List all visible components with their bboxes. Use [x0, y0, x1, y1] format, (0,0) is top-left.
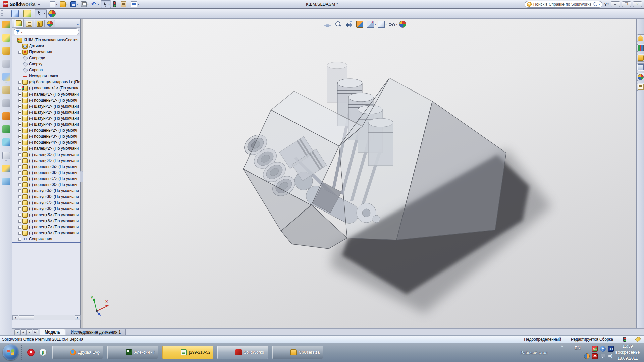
expand-toggle[interactable]: [18, 135, 21, 138]
taskbar-window-button[interactable]: SolidWorks Office Pr...: [217, 346, 268, 359]
scroll-left-button[interactable]: ◄: [12, 315, 18, 320]
tree-item[interactable]: (-) шатун<5> (По умолчани: [12, 188, 81, 194]
view-tool-button[interactable]: ▾: [378, 21, 387, 28]
filter-caret-icon[interactable]: ▾: [21, 31, 22, 34]
assembly-tool-icon[interactable]: [2, 165, 10, 172]
taskbar-window-button[interactable]: Алексин - Пьяная....: [107, 346, 158, 359]
toolbar-grip[interactable]: [1, 10, 3, 17]
tree-item[interactable]: (-) поршень<4> (По умолч: [12, 139, 81, 145]
taskbar-window-button[interactable]: Друзья Evgeny Saray...: [52, 346, 103, 359]
expand-toggle[interactable]: [18, 220, 21, 223]
expand-toggle[interactable]: [18, 117, 21, 120]
app-logo[interactable]: SW SolidWorks ▸: [0, 0, 43, 8]
tab-nav-button[interactable]: ◄: [20, 329, 26, 335]
tree-item[interactable]: Спереди: [12, 55, 81, 61]
dropdown-caret-icon[interactable]: ▾: [396, 23, 397, 26]
expand-toggle[interactable]: [18, 111, 21, 114]
toolbar-chevron-icon[interactable]: »: [561, 344, 563, 348]
assembly-tool-icon[interactable]: [2, 47, 10, 55]
assembly-tool-icon[interactable]: [2, 138, 10, 146]
view-tool-button[interactable]: ▾: [399, 21, 408, 28]
utorrent-quicklaunch-icon[interactable]: [39, 349, 47, 356]
tree-item[interactable]: (-) шатун<3> (По умолчани: [12, 115, 81, 121]
tree-item[interactable]: Справа: [12, 67, 81, 73]
tree-item[interactable]: (-) поршень<2> (По умолч: [12, 127, 81, 133]
expand-toggle[interactable]: [18, 147, 21, 150]
toolbar-button[interactable]: ▾: [22, 9, 34, 18]
task-pane-tab[interactable]: [637, 44, 644, 52]
panel-overflow-chevron-icon[interactable]: »: [77, 22, 80, 27]
task-pane-tab[interactable]: [637, 54, 644, 62]
tree-item[interactable]: Исходная точка: [12, 73, 81, 79]
dropdown-caret-icon[interactable]: ▾: [98, 3, 99, 6]
toolbar-button[interactable]: ▾: [112, 1, 119, 8]
expand-toggle[interactable]: [18, 201, 21, 204]
tree-item[interactable]: (-) поршень<7> (По умолч: [12, 176, 81, 182]
panel-horizontal-scrollbar[interactable]: ◄ ►: [12, 315, 81, 320]
tray-icon[interactable]: FFa: [608, 346, 614, 352]
toolbar-button[interactable]: ▾: [130, 1, 140, 8]
toolbar-divider-grip[interactable]: [514, 345, 516, 360]
task-pane-tab[interactable]: [637, 34, 644, 42]
tree-item[interactable]: Датчики: [12, 43, 81, 49]
assembly-tool-icon[interactable]: [2, 178, 10, 185]
tree-item[interactable]: (-) шатун<4> (По умолчани: [12, 121, 81, 127]
tree-item[interactable]: (-) поршень<1> (По умолч: [12, 97, 81, 103]
expand-toggle[interactable]: [18, 183, 21, 186]
dropdown-caret-icon[interactable]: ▾: [87, 3, 89, 6]
panel-tab[interactable]: [14, 19, 24, 27]
tree-item[interactable]: (-) поршень<8> (По умолч: [12, 182, 81, 188]
tree-item[interactable]: (-) поршень<3> (По умолч: [12, 133, 81, 139]
view-tool-button[interactable]: ▾: [324, 21, 333, 28]
expand-toggle[interactable]: [18, 214, 21, 217]
expand-toggle[interactable]: [18, 99, 21, 102]
expand-toggle[interactable]: [18, 195, 21, 198]
dropdown-caret-icon[interactable]: ▾: [66, 3, 68, 6]
help-button[interactable]: ?▾: [604, 2, 609, 7]
toolbar-button[interactable]: ▾: [49, 1, 58, 8]
tab-nav-button[interactable]: ►: [26, 329, 32, 335]
dropdown-caret-icon[interactable]: ▾: [375, 23, 376, 26]
search-input[interactable]: Поиск в Справке по SolidWorks: [533, 2, 591, 7]
toolbar-button[interactable]: ▾: [10, 9, 22, 18]
tab-nav-button[interactable]: ►|: [33, 329, 38, 335]
expand-toggle[interactable]: [18, 51, 21, 54]
help-search-box[interactable]: ? Поиск в Справке по SolidWorks ▾: [525, 1, 602, 8]
tree-item[interactable]: (-) поршень<6> (По умолч: [12, 170, 81, 176]
assembly-tool-icon[interactable]: [2, 152, 10, 159]
tree-item[interactable]: (-) шатун<8> (По умолчани: [12, 206, 81, 212]
tree-item[interactable]: Сопряжения: [12, 236, 81, 242]
expand-toggle[interactable]: [18, 189, 21, 192]
tray-icon[interactable]: N/A: [592, 346, 598, 352]
expand-toggle[interactable]: [18, 105, 21, 108]
toolbar-button[interactable]: ▾: [47, 9, 59, 18]
expand-toggle[interactable]: [18, 129, 21, 132]
tree-item[interactable]: (-) палец<2> (По умолчани: [12, 145, 81, 152]
task-pane-tab[interactable]: [637, 63, 644, 71]
task-pane-tab[interactable]: [637, 83, 644, 91]
expand-toggle[interactable]: [18, 141, 21, 144]
flyout-caret-icon[interactable]: ▾: [5, 81, 7, 84]
assembly-tool-icon[interactable]: [2, 112, 10, 120]
tree-item[interactable]: (-) палец<4> (По умолчани: [12, 158, 81, 164]
assembly-tool-icon[interactable]: [2, 21, 10, 28]
expand-toggle[interactable]: [18, 238, 21, 241]
expand-toggle[interactable]: [18, 93, 21, 96]
expand-toggle[interactable]: [18, 81, 21, 84]
taskbar-window-button[interactable]: C:\Users\zak\Deskto...: [272, 346, 323, 359]
taskbar-clock[interactable]: 15:39 воскресенье 18.09.2011: [614, 343, 644, 361]
scroll-right-button[interactable]: ►: [75, 315, 81, 320]
tree-item[interactable]: (-) палец<1> (По умолчани: [12, 91, 81, 97]
scroll-thumb[interactable]: [19, 315, 34, 320]
view-tool-button[interactable]: ▾: [388, 21, 397, 28]
expand-toggle[interactable]: [18, 226, 21, 229]
expand-toggle[interactable]: [18, 153, 21, 156]
assembly-tool-icon[interactable]: [2, 125, 10, 133]
flyout-caret-icon[interactable]: ▾: [5, 160, 7, 162]
tree-filter-input[interactable]: ▾: [14, 28, 79, 35]
tree-item[interactable]: (ф) блок цилиндров<1> (По: [12, 79, 81, 85]
assembly-tool-icon[interactable]: [2, 86, 10, 94]
tab-nav-button[interactable]: |◄: [14, 329, 20, 335]
tray-icon[interactable]: [584, 353, 590, 359]
panel-tab[interactable]: [35, 20, 45, 27]
